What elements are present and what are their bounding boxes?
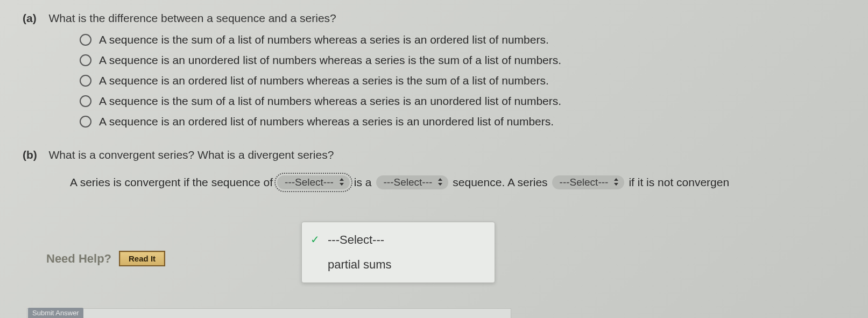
radio-icon[interactable] xyxy=(80,95,91,107)
sentence-fragment: if it is not convergen xyxy=(629,176,729,189)
option-row[interactable]: A sequence is an ordered list of numbers… xyxy=(80,74,868,87)
sentence-fragment: is a xyxy=(354,176,372,189)
option-row[interactable]: A sequence is an unordered list of numbe… xyxy=(80,54,868,67)
part-a-label: (a) xyxy=(23,12,46,25)
dropdown-item-placeholder[interactable]: ---Select--- xyxy=(302,228,495,252)
fill-sentence: A series is convergent if the sequence o… xyxy=(70,175,868,189)
option-row[interactable]: A sequence is the sum of a list of numbe… xyxy=(80,33,868,46)
updown-icon xyxy=(437,178,443,187)
dropdown-menu: ---Select--- partial sums xyxy=(301,222,495,283)
part-b-question: What is a convergent series? What is a d… xyxy=(48,149,334,161)
dropdown-item-partial-sums[interactable]: partial sums xyxy=(302,252,495,277)
select-value: ---Select--- xyxy=(285,176,334,188)
option-text: A sequence is the sum of a list of numbe… xyxy=(99,33,549,46)
updown-icon xyxy=(613,178,619,187)
select-dropdown-1[interactable]: ---Select--- xyxy=(277,175,350,189)
option-row[interactable]: A sequence is the sum of a list of numbe… xyxy=(80,95,868,108)
select-value: ---Select--- xyxy=(384,176,433,188)
radio-icon[interactable] xyxy=(80,34,91,46)
read-it-button[interactable]: Read It xyxy=(119,251,165,266)
dropdown-item-label: partial sums xyxy=(328,258,392,271)
part-b: (b) What is a convergent series? What is… xyxy=(23,149,868,189)
select-dropdown-2[interactable]: ---Select--- xyxy=(376,175,449,189)
select-value: ---Select--- xyxy=(560,176,609,188)
question-page: (a) What is the difference between a seq… xyxy=(0,0,868,189)
part-a-question: What is the difference between a sequenc… xyxy=(48,12,336,24)
updown-icon xyxy=(339,178,344,187)
dropdown-item-label: ---Select--- xyxy=(328,233,384,246)
submit-button[interactable]: Submit Answer xyxy=(28,308,83,318)
option-text: A sequence is the sum of a list of numbe… xyxy=(99,95,561,108)
submit-area xyxy=(27,308,511,318)
option-text: A sequence is an unordered list of numbe… xyxy=(99,54,561,67)
option-text: A sequence is an ordered list of numbers… xyxy=(99,115,554,128)
radio-icon[interactable] xyxy=(80,75,91,87)
need-help-label: Need Help? xyxy=(46,252,111,266)
radio-icon[interactable] xyxy=(80,116,91,128)
part-a-options: A sequence is the sum of a list of numbe… xyxy=(80,33,868,128)
sentence-fragment: sequence. A series xyxy=(453,176,547,189)
sentence-fragment: A series is convergent if the sequence o… xyxy=(70,176,273,189)
part-a: (a) What is the difference between a seq… xyxy=(23,12,868,128)
option-row[interactable]: A sequence is an ordered list of numbers… xyxy=(80,115,868,128)
part-b-label: (b) xyxy=(23,149,46,161)
radio-icon[interactable] xyxy=(80,54,91,66)
need-help-section: Need Help? Read It xyxy=(46,251,165,266)
select-dropdown-3[interactable]: ---Select--- xyxy=(552,175,625,189)
option-text: A sequence is an ordered list of numbers… xyxy=(99,74,549,87)
